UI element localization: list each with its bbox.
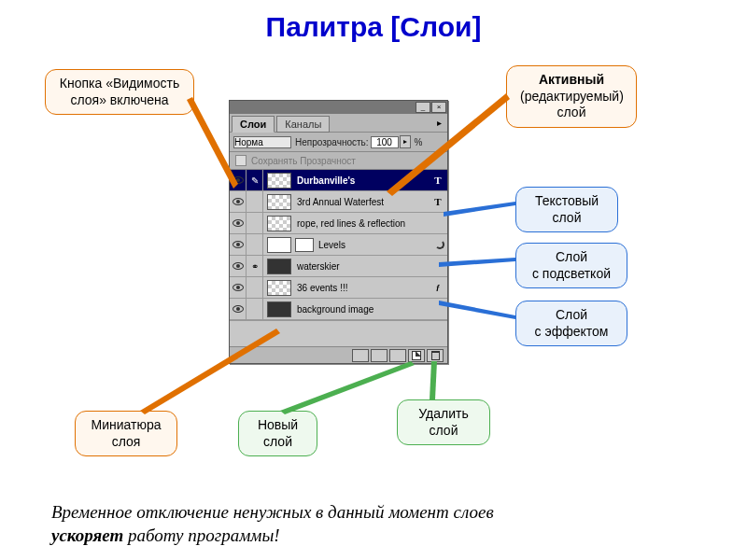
callout-delete-layer: Удалить слой: [397, 399, 490, 445]
layer-row[interactable]: ⚭waterskier: [230, 256, 447, 277]
visibility-toggle[interactable]: [230, 234, 247, 256]
eye-icon: [233, 284, 244, 291]
svg-marker-6: [280, 361, 415, 414]
callout-visibility-text: Кнопка «Видимость слоя» включена: [60, 76, 179, 107]
mask-thumbnail: [295, 238, 314, 252]
svg-marker-3: [439, 258, 515, 267]
link-toggle[interactable]: [247, 213, 263, 234]
titlebar-spacer: [230, 101, 416, 114]
layer-name: Levels: [317, 240, 435, 250]
preserve-transparency-checkbox[interactable]: [235, 155, 247, 166]
trash-icon: [431, 351, 440, 360]
layer-thumbnail: [267, 280, 291, 296]
footer-note-bold: ускоряет: [51, 525, 123, 545]
layer-row[interactable]: rope, red lines & reflection: [230, 213, 447, 234]
layer-thumbnail: [267, 301, 291, 317]
footer-btn-1[interactable]: [352, 349, 369, 362]
page-title: Палитра [Слои]: [0, 0, 747, 49]
preserve-transparency-label: Сохранять Прозрачност: [251, 156, 356, 166]
layer-thumbnail: [267, 237, 291, 253]
minimize-button[interactable]: _: [416, 102, 430, 113]
callout-new-layer: Новый слой: [238, 411, 317, 456]
opacity-slider-arrow[interactable]: ▸: [400, 135, 411, 148]
callout-hilite-l1: Слой: [556, 249, 587, 264]
visibility-toggle[interactable]: [230, 277, 247, 299]
callout-effect-layer: Слой с эффектом: [515, 301, 627, 346]
footer-btn-2[interactable]: [371, 349, 388, 362]
tab-channels[interactable]: Каналы: [276, 116, 330, 133]
new-layer-icon: [412, 351, 421, 360]
callout-text-l2: слой: [553, 210, 582, 225]
visibility-toggle[interactable]: [230, 213, 247, 234]
eye-icon: [233, 219, 244, 227]
footer-note-part1: Временное отключение ненужных в данный м…: [51, 502, 494, 522]
callout-active-l1: Активный: [539, 72, 604, 87]
preserve-transparency-row: Сохранять Прозрачност: [230, 152, 447, 170]
layer-name: background image: [295, 304, 447, 315]
layer-row[interactable]: Levels: [230, 234, 447, 256]
callout-active-l3: слой: [557, 105, 586, 119]
layer-name: 3rd Annual Waterfest: [295, 197, 431, 207]
panel-titlebar: _ ×: [230, 101, 447, 114]
callout-active-layer: Активный (редактируемый) слой: [506, 65, 637, 128]
visibility-toggle[interactable]: [230, 299, 247, 320]
layer-options-row: Норма Непрозрачность: 100 ▸ %: [230, 132, 447, 152]
link-toggle[interactable]: [247, 191, 263, 213]
text-layer-icon: T: [431, 174, 444, 187]
layers-list: ✎Durbanville'sT3rd Annual WaterfestTrope…: [230, 170, 447, 320]
layer-name: rope, red lines & reflection: [295, 218, 447, 229]
visibility-toggle[interactable]: [230, 191, 247, 213]
adjustment-layer-icon: [435, 240, 444, 249]
new-layer-button[interactable]: [408, 349, 425, 362]
footer-btn-3[interactable]: [389, 349, 406, 362]
layer-name: waterskier: [295, 261, 447, 272]
eye-icon: [233, 305, 244, 313]
callout-delete-l2: слой: [430, 423, 458, 438]
panel-menu-icon[interactable]: ▸: [431, 116, 447, 132]
callout-delete-l1: Удалить: [418, 406, 468, 421]
layers-palette: _ × Слои Каналы ▸ Норма Непрозрачность: …: [229, 100, 448, 364]
layer-row[interactable]: 3rd Annual WaterfestT: [230, 191, 447, 213]
callout-text-l1: Текстовый: [535, 193, 599, 208]
opacity-value[interactable]: 100: [371, 136, 399, 148]
opacity-percent: %: [415, 137, 423, 147]
svg-marker-2: [444, 202, 515, 217]
effect-layer-icon: ƒ: [431, 281, 444, 294]
layer-row[interactable]: 36 events !!!ƒ: [230, 277, 447, 299]
delete-layer-button[interactable]: [427, 349, 444, 362]
link-toggle[interactable]: ✎: [247, 170, 263, 191]
layer-thumbnail: [267, 259, 291, 274]
layer-row[interactable]: background image: [230, 299, 447, 320]
callout-new-l1: Новый: [258, 417, 298, 432]
panel-footer: [230, 346, 447, 363]
eye-icon: [233, 241, 244, 248]
callout-effect-l2: с эффектом: [535, 324, 609, 339]
link-toggle[interactable]: [247, 299, 263, 320]
blend-mode-select[interactable]: Норма: [233, 136, 291, 148]
link-toggle[interactable]: [247, 277, 263, 299]
layers-empty-space: [230, 320, 447, 346]
callout-highlight-layer: Слой с подсветкой: [515, 243, 627, 288]
callout-effect-l1: Слой: [556, 307, 587, 322]
link-toggle[interactable]: ⚭: [247, 256, 263, 277]
opacity-label: Непрозрачность:: [295, 137, 369, 147]
visibility-toggle[interactable]: [230, 256, 247, 277]
eye-icon: [233, 198, 244, 205]
layer-row[interactable]: ✎Durbanville'sT: [230, 170, 447, 191]
visibility-toggle[interactable]: [230, 170, 247, 191]
callout-thumb-l1: Миниатюра: [92, 417, 162, 432]
panel-tabs: Слои Каналы ▸: [230, 114, 447, 132]
callout-thumbnail: Миниатюра слоя: [75, 411, 177, 456]
layer-thumbnail: [267, 216, 291, 231]
layer-name: 36 events !!!: [295, 283, 431, 293]
layer-thumbnail: [267, 194, 291, 210]
svg-marker-7: [430, 361, 437, 399]
eye-icon: [233, 262, 244, 270]
tab-layers[interactable]: Слои: [232, 116, 275, 133]
link-toggle[interactable]: [247, 234, 263, 256]
text-layer-icon: T: [431, 195, 444, 208]
footer-note: Временное отключение ненужных в данный м…: [51, 501, 705, 547]
svg-marker-4: [439, 301, 515, 319]
close-button[interactable]: ×: [431, 102, 446, 113]
eye-icon: [233, 176, 244, 184]
